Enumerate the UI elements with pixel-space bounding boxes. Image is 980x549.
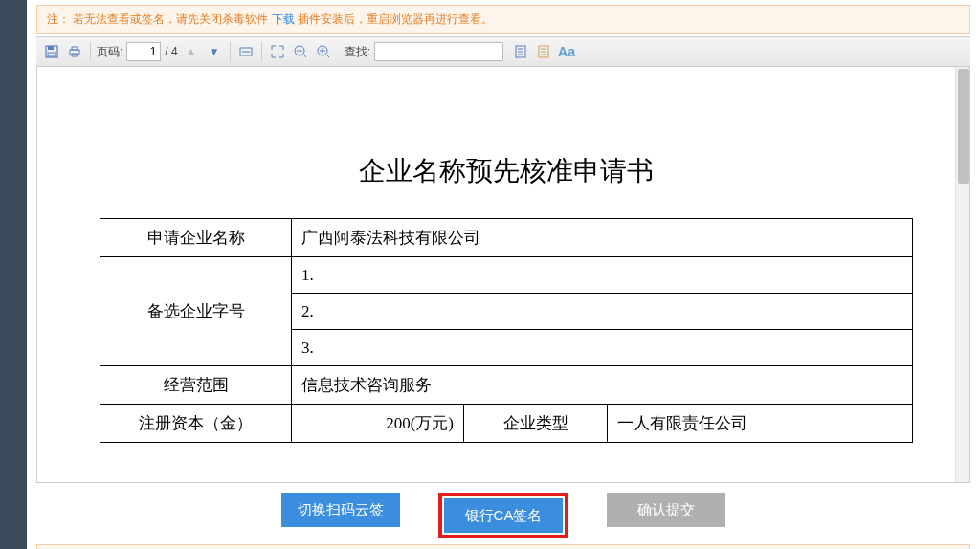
- separator: [230, 42, 231, 61]
- label-company-type: 企业类型: [464, 405, 608, 443]
- value-capital: 200(万元): [292, 405, 464, 443]
- svg-rect-4: [72, 47, 78, 50]
- action-bar: 切换扫码云签 银行CA签名 确认提交: [27, 483, 980, 544]
- notice-prefix: 注：: [47, 12, 70, 26]
- search-label: 查找:: [345, 44, 370, 60]
- document-page: 企业名称预先核准申请书 申请企业名称 广西阿泰法科技有限公司 备选企业字号 1.…: [52, 67, 961, 462]
- zoom-out-icon[interactable]: [291, 42, 310, 61]
- separator: [90, 42, 91, 61]
- table-row: 申请企业名称 广西阿泰法科技有限公司: [100, 219, 913, 257]
- footnote-notice: * 需要下载申请材料才可点击提交申请，下载的材料请妥善保存: [36, 544, 970, 549]
- page-view-icon[interactable]: [511, 42, 530, 61]
- label-company-name: 申请企业名称: [100, 219, 292, 257]
- fit-page-icon[interactable]: [268, 42, 287, 61]
- search-input[interactable]: [374, 42, 503, 61]
- svg-rect-2: [48, 53, 56, 56]
- value-company-name: 广西阿泰法科技有限公司: [292, 219, 913, 257]
- fit-width-icon[interactable]: [236, 42, 256, 61]
- warning-notice: 注： 若无法查看或签名，请先关闭杀毒软件 下载 插件安装后，重启浏览器再进行查看…: [36, 5, 970, 34]
- list-view-icon[interactable]: [534, 42, 553, 61]
- notice-text-1: 若无法查看或签名，请先关闭杀毒软件: [73, 12, 268, 26]
- confirm-submit-button[interactable]: 确认提交: [607, 493, 725, 527]
- svg-rect-1: [48, 46, 54, 50]
- label-capital: 注册资本（金）: [100, 405, 292, 443]
- highlight-frame: 银行CA签名: [438, 493, 568, 538]
- switch-scan-sign-button[interactable]: 切换扫码云签: [281, 493, 400, 527]
- save-icon[interactable]: [42, 42, 61, 61]
- arrow-up-icon[interactable]: ▲: [182, 42, 201, 61]
- application-form-table: 申请企业名称 广西阿泰法科技有限公司 备选企业字号 1. 2. 3. 经营范围 …: [100, 218, 913, 443]
- print-icon[interactable]: [65, 42, 84, 61]
- pdf-toolbar: 页码: / 4 ▲ ▼ 查找: Aa: [36, 36, 970, 67]
- table-row: 备选企业字号 1.: [100, 257, 913, 294]
- document-viewer: 企业名称预先核准申请书 申请企业名称 广西阿泰法科技有限公司 备选企业字号 1.…: [36, 67, 970, 483]
- notice-text-2: 插件安装后，重启浏览器再进行查看。: [298, 12, 493, 26]
- label-business-scope: 经营范围: [100, 366, 292, 405]
- value-alt-1: 1.: [292, 257, 913, 294]
- separator: [261, 42, 262, 61]
- scrollbar-thumb[interactable]: [958, 69, 969, 184]
- document-title: 企业名称预先核准申请书: [100, 153, 913, 189]
- label-alt-names: 备选企业字号: [100, 257, 292, 366]
- vertical-scrollbar[interactable]: [955, 67, 969, 482]
- value-company-type: 一人有限责任公司: [608, 405, 913, 443]
- value-business-scope: 信息技术咨询服务: [292, 366, 913, 405]
- download-plugin-link[interactable]: 下载: [272, 12, 295, 26]
- value-alt-2: 2.: [292, 294, 913, 330]
- table-row: 经营范围 信息技术咨询服务: [100, 366, 913, 405]
- page-label: 页码:: [97, 44, 122, 60]
- text-size-icon[interactable]: Aa: [557, 42, 576, 61]
- page-total: / 4: [165, 45, 177, 58]
- zoom-in-icon[interactable]: [314, 42, 333, 61]
- value-alt-3: 3.: [292, 330, 913, 366]
- page-number-input[interactable]: [126, 42, 161, 61]
- table-row: 注册资本（金） 200(万元) 企业类型 一人有限责任公司: [100, 405, 913, 443]
- arrow-down-icon[interactable]: ▼: [205, 42, 224, 61]
- bank-ca-sign-button[interactable]: 银行CA签名: [444, 498, 563, 533]
